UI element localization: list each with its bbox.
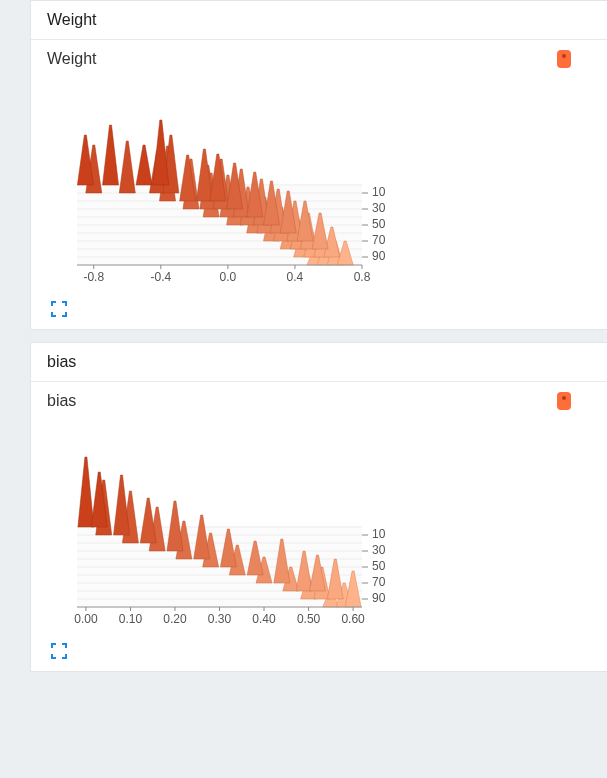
chart-title-row: bias xyxy=(47,392,591,410)
svg-text:0.10: 0.10 xyxy=(119,612,143,626)
svg-text:50: 50 xyxy=(372,559,386,573)
expand-icon[interactable] xyxy=(51,301,67,317)
panel-body: Weight 1030507090-0.8-0.40.00.40.8 xyxy=(31,40,607,329)
pin-icon[interactable] xyxy=(557,392,571,410)
panel-header[interactable]: bias xyxy=(31,343,607,382)
svg-text:10: 10 xyxy=(372,185,386,199)
svg-text:0.8: 0.8 xyxy=(354,270,371,284)
svg-text:0.0: 0.0 xyxy=(220,270,237,284)
histogram-ridge-chart: 10305070900.000.100.200.300.400.500.60 xyxy=(57,422,417,637)
chart-title: bias xyxy=(47,392,76,410)
svg-text:10: 10 xyxy=(372,527,386,541)
panel-bias: bias bias 10305070900.000.100.200.300.40… xyxy=(30,342,607,672)
section-title: Weight xyxy=(47,11,97,28)
svg-text:30: 30 xyxy=(372,543,386,557)
histogram-ridge-chart: 1030507090-0.8-0.40.00.40.8 xyxy=(57,80,417,295)
svg-text:0.50: 0.50 xyxy=(297,612,321,626)
svg-text:-0.4: -0.4 xyxy=(150,270,171,284)
svg-text:70: 70 xyxy=(372,575,386,589)
svg-text:0.00: 0.00 xyxy=(74,612,98,626)
panel-header[interactable]: Weight xyxy=(31,1,607,40)
svg-text:0.30: 0.30 xyxy=(208,612,232,626)
chart-title-row: Weight xyxy=(47,50,591,68)
chart-area-weight: 1030507090-0.8-0.40.00.40.8 xyxy=(57,80,417,295)
section-title: bias xyxy=(47,353,76,370)
svg-text:90: 90 xyxy=(372,591,386,605)
svg-text:70: 70 xyxy=(372,233,386,247)
pin-icon[interactable] xyxy=(557,50,571,68)
svg-text:90: 90 xyxy=(372,249,386,263)
chart-area-bias: 10305070900.000.100.200.300.400.500.60 xyxy=(57,422,417,637)
svg-text:30: 30 xyxy=(372,201,386,215)
svg-text:0.40: 0.40 xyxy=(252,612,276,626)
svg-text:0.20: 0.20 xyxy=(163,612,187,626)
expand-icon[interactable] xyxy=(51,643,67,659)
svg-text:0.4: 0.4 xyxy=(287,270,304,284)
panel-body: bias 10305070900.000.100.200.300.400.500… xyxy=(31,382,607,671)
panel-weight: Weight Weight 1030507090-0.8-0.40.00.40.… xyxy=(30,0,607,330)
svg-text:0.60: 0.60 xyxy=(341,612,365,626)
svg-text:50: 50 xyxy=(372,217,386,231)
svg-text:-0.8: -0.8 xyxy=(83,270,104,284)
chart-title: Weight xyxy=(47,50,97,68)
